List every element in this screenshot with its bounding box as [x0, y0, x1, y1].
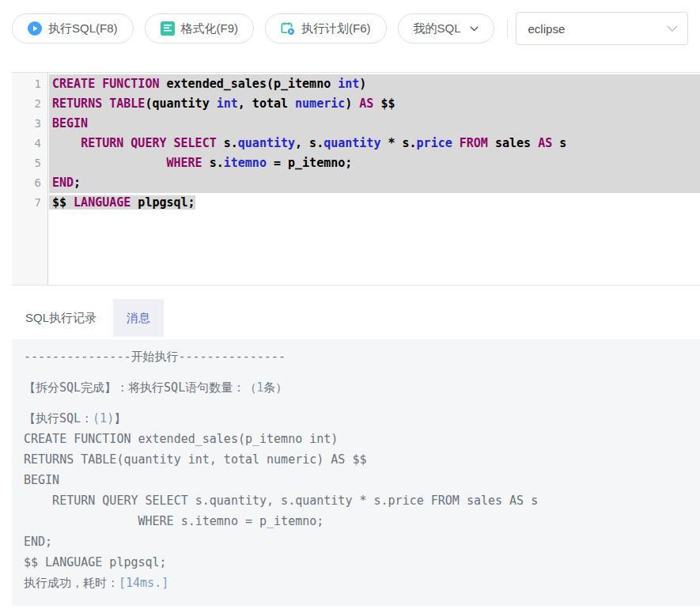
tab-sql-history[interactable]: SQL执行记录 — [12, 299, 110, 337]
my-sql-label: 我的SQL — [414, 21, 461, 36]
sql-editor[interactable]: 1CREATE FUNCTION extended_sales(p_itemno… — [12, 72, 700, 286]
format-sql-label: 格式化(F9) — [181, 21, 239, 36]
line-number: 6 — [12, 173, 48, 193]
console-line: 【执行SQL：(1)】 — [24, 408, 700, 429]
code-line[interactable]: 6END; — [12, 173, 700, 193]
chevron-down-icon — [667, 25, 678, 32]
code-line[interactable]: 4 RETURN QUERY SELECT s.quantity, s.quan… — [12, 134, 700, 153]
tab-messages[interactable]: 消息 — [113, 299, 164, 337]
my-sql-button[interactable]: 我的SQL — [398, 13, 494, 44]
console-line: BEGIN — [24, 470, 700, 490]
code-line[interactable]: 3BEGIN — [12, 114, 700, 134]
console-line: 执行成功，耗时：[14ms.] — [24, 573, 700, 593]
code-line[interactable]: 5 WHERE s.itemno = p_itemno; — [12, 153, 700, 173]
chevron-down-icon — [470, 26, 479, 32]
output-tabs: SQL执行记录消息 — [12, 299, 167, 337]
line-number: 3 — [12, 114, 48, 134]
play-circle-icon — [28, 21, 42, 36]
console-line: 【拆分SQL完成】：将执行SQL语句数量：（1条） — [24, 377, 700, 398]
console-line: WHERE s.itemno = p_itemno; — [24, 511, 700, 531]
line-number: 2 — [12, 94, 48, 114]
console-lines: ---------------开始执行---------------【拆分SQL… — [24, 346, 700, 593]
console-line: RETURN QUERY SELECT s.quantity, s.quanti… — [24, 490, 700, 511]
line-number: 1 — [12, 74, 48, 94]
toolbar: 执行SQL(F8) 格式化(F9) 执行计划(F6) 我的SQL eclipse — [12, 11, 688, 46]
format-sql-button[interactable]: 格式化(F9) — [145, 13, 255, 44]
code-line[interactable]: 2RETURNS TABLE(quantity int, total numer… — [12, 94, 700, 114]
message-console[interactable]: ---------------开始执行---------------【拆分SQL… — [12, 339, 700, 606]
format-doc-icon — [161, 21, 175, 36]
code-line[interactable]: 1CREATE FUNCTION extended_sales(p_itemno… — [12, 74, 700, 94]
toolbar-divider — [507, 20, 508, 37]
explain-plan-label: 执行计划(F6) — [301, 21, 371, 36]
line-number: 7 — [12, 193, 48, 213]
line-number: 4 — [12, 134, 48, 153]
editor-lines: 1CREATE FUNCTION extended_sales(p_itemno… — [12, 73, 700, 213]
execute-sql-label: 执行SQL(F8) — [48, 21, 118, 36]
console-line: ---------------开始执行--------------- — [24, 346, 700, 367]
line-number: 5 — [12, 153, 48, 173]
theme-select-value: eclipse — [528, 22, 566, 36]
console-line: $$ LANGUAGE plpgsql; — [24, 552, 700, 573]
code-line[interactable]: 7$$ LANGUAGE plpgsql; — [12, 193, 700, 213]
theme-select[interactable]: eclipse — [516, 12, 688, 45]
console-line: CREATE FUNCTION extended_sales(p_itemno … — [24, 429, 700, 449]
explain-plan-button[interactable]: 执行计划(F6) — [265, 13, 387, 44]
execute-sql-button[interactable]: 执行SQL(F8) — [12, 13, 134, 44]
console-line: RETURNS TABLE(quantity int, total numeri… — [24, 449, 700, 470]
console-line: END; — [24, 531, 700, 552]
plan-calendar-icon — [281, 21, 295, 36]
